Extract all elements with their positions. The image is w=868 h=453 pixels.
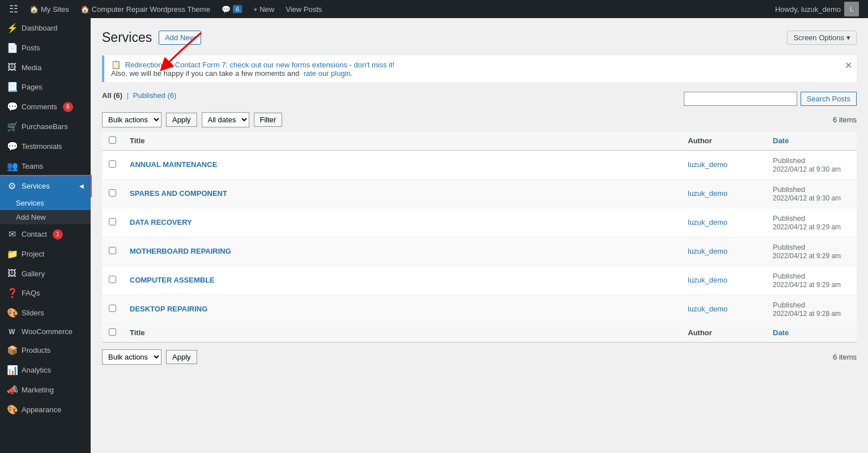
- filter-published-link[interactable]: Published (6): [133, 91, 177, 100]
- row-checkbox[interactable]: [109, 218, 116, 225]
- pages-icon: 📃: [7, 82, 17, 92]
- apply-button-bottom[interactable]: Apply: [166, 350, 197, 364]
- row-date: 2022/04/12 at 9:29 am: [773, 252, 841, 260]
- row-checkbox[interactable]: [109, 305, 116, 312]
- analytics-label: Analytics: [22, 366, 51, 374]
- sliders-icon: 🎨: [7, 307, 17, 318]
- table-row: DATA RECOVERY luzuk_demo Published 2022/…: [102, 208, 857, 237]
- sidebar-item-contact[interactable]: ✉ Contact 1: [0, 224, 91, 244]
- row-status: Published: [773, 156, 805, 165]
- sidebar-item-testimonials[interactable]: 💬 Testimonials: [0, 136, 91, 156]
- select-all-checkbox[interactable]: [109, 136, 116, 144]
- woocommerce-icon: W: [7, 328, 17, 336]
- author-link[interactable]: luzuk_demo: [688, 247, 727, 255]
- sidebar-item-services[interactable]: ⚙ Services ◀: [0, 176, 91, 196]
- row-title-cell: ANNUAL MAINTENANCE: [123, 150, 681, 179]
- admin-menu: ⚡ Dashboard 📄 Posts 🖼 Media 📃 Pages 💬 Co…: [0, 18, 91, 453]
- screen-options-button[interactable]: Screen Options ▾: [787, 31, 857, 45]
- top-filter-bar: Bulk actions Apply All dates Filter 6 it…: [102, 112, 857, 127]
- bulk-actions-select-top[interactable]: Bulk actions: [102, 112, 161, 127]
- row-checkbox[interactable]: [109, 276, 116, 283]
- pages-label: Pages: [22, 83, 42, 91]
- sidebar-item-posts[interactable]: 📄 Posts: [0, 38, 91, 58]
- submenu-add-new[interactable]: Add New: [0, 210, 91, 224]
- search-posts-input[interactable]: [684, 92, 797, 106]
- date-filter-select[interactable]: All dates: [202, 112, 249, 127]
- notice-link[interactable]: Redirection for Contact Form 7: check ou…: [125, 61, 395, 69]
- screen-options-label: Screen Options: [793, 33, 844, 42]
- author-link[interactable]: luzuk_demo: [688, 189, 727, 198]
- date-footer[interactable]: Date: [766, 323, 857, 342]
- title-footer: Title: [123, 323, 681, 342]
- page-title: Services: [102, 29, 152, 46]
- sidebar-item-purchasebars[interactable]: 🛒 PurchaseBars: [0, 117, 91, 136]
- row-author-cell: luzuk_demo: [681, 208, 766, 237]
- post-title-link[interactable]: DATA RECOVERY: [130, 218, 192, 226]
- site-name-button[interactable]: 🏠 Computer Repair Wordpress Theme: [76, 0, 215, 18]
- sidebar-item-faqs[interactable]: ❓ FAQs: [0, 283, 91, 303]
- notice-suffix: .: [351, 69, 353, 78]
- project-icon: 📁: [7, 249, 17, 259]
- sidebar-item-analytics[interactable]: 📊 Analytics: [0, 360, 91, 380]
- apply-button-top[interactable]: Apply: [166, 113, 197, 127]
- select-all-checkbox-bottom[interactable]: [109, 328, 116, 336]
- sidebar-item-marketing[interactable]: 📣 Marketing: [0, 380, 91, 400]
- my-sites-button[interactable]: 🏠 My Sites: [25, 0, 74, 18]
- author-link[interactable]: luzuk_demo: [688, 276, 727, 284]
- sidebar-item-dashboard[interactable]: ⚡ Dashboard: [0, 18, 91, 38]
- sidebar-item-appearance[interactable]: 🎨 Appearance: [0, 400, 91, 420]
- bulk-actions-select-bottom[interactable]: Bulk actions: [102, 349, 161, 365]
- rate-plugin-link[interactable]: rate our plugin: [304, 69, 351, 78]
- comments-button[interactable]: 💬 6: [217, 0, 246, 18]
- site-name-label: Computer Repair Wordpress Theme: [92, 5, 210, 14]
- items-count-top: 6 items: [833, 116, 857, 124]
- row-checkbox[interactable]: [109, 189, 116, 196]
- row-title-cell: COMPUTER ASSEMBLE: [123, 266, 681, 294]
- wp-logo-button[interactable]: ☷: [5, 0, 23, 18]
- row-author-cell: luzuk_demo: [681, 179, 766, 208]
- row-checkbox[interactable]: [109, 160, 116, 168]
- post-title-link[interactable]: DESKTOP REPAIRING: [130, 305, 207, 313]
- sidebar-item-woocommerce[interactable]: W WooCommerce: [0, 323, 91, 340]
- my-sites-label: My Sites: [41, 5, 69, 14]
- new-button[interactable]: + New: [249, 0, 279, 18]
- post-title-link[interactable]: COMPUTER ASSEMBLE: [130, 276, 215, 284]
- sidebar-item-pages[interactable]: 📃 Pages: [0, 77, 91, 97]
- post-title-link[interactable]: MOTHERBOARD REPAIRING: [130, 247, 231, 255]
- comments-count: 6: [233, 5, 242, 13]
- add-new-button[interactable]: Add New: [159, 31, 201, 45]
- sidebar-item-project[interactable]: 📁 Project: [0, 244, 91, 264]
- row-status: Published: [773, 243, 805, 251]
- author-header: Author: [681, 132, 766, 151]
- sidebar-item-sliders[interactable]: 🎨 Sliders: [0, 303, 91, 323]
- notice-close-button[interactable]: ✕: [845, 60, 852, 71]
- sidebar-item-products[interactable]: 📦 Products: [0, 340, 91, 360]
- view-posts-button[interactable]: View Posts: [281, 0, 326, 18]
- post-title-link[interactable]: ANNUAL MAINTENANCE: [130, 160, 217, 169]
- row-author-cell: luzuk_demo: [681, 237, 766, 266]
- author-link[interactable]: luzuk_demo: [688, 218, 727, 226]
- date-header[interactable]: Date: [766, 132, 857, 151]
- search-posts-button[interactable]: Search Posts: [801, 92, 857, 106]
- row-checkbox[interactable]: [109, 247, 116, 254]
- sidebar-item-comments[interactable]: 💬 Comments 6: [0, 97, 91, 117]
- gallery-icon: 🖼: [7, 268, 17, 279]
- sidebar-item-teams[interactable]: 👥 Teams: [0, 156, 91, 176]
- row-status: Published: [773, 301, 805, 309]
- filter-button-top[interactable]: Filter: [254, 113, 283, 127]
- author-footer: Author: [681, 323, 766, 342]
- user-menu[interactable]: Howdy, luzuk_demo L: [771, 2, 863, 16]
- filter-all-link[interactable]: All (6): [102, 91, 122, 100]
- submenu-services[interactable]: Services: [0, 196, 91, 210]
- author-link[interactable]: luzuk_demo: [688, 160, 727, 169]
- sidebar-item-media[interactable]: 🖼 Media: [0, 58, 91, 77]
- row-checkbox-cell: [102, 266, 123, 294]
- post-title-link[interactable]: SPARES AND COMPONENT: [130, 189, 227, 198]
- table-row: DESKTOP REPAIRING luzuk_demo Published 2…: [102, 294, 857, 323]
- media-label: Media: [22, 63, 41, 72]
- row-title-cell: DATA RECOVERY: [123, 208, 681, 237]
- row-author-cell: luzuk_demo: [681, 266, 766, 294]
- row-date-cell: Published 2022/04/12 at 9:28 am: [766, 294, 857, 323]
- author-link[interactable]: luzuk_demo: [688, 305, 727, 313]
- sidebar-item-gallery[interactable]: 🖼 Gallery: [0, 264, 91, 283]
